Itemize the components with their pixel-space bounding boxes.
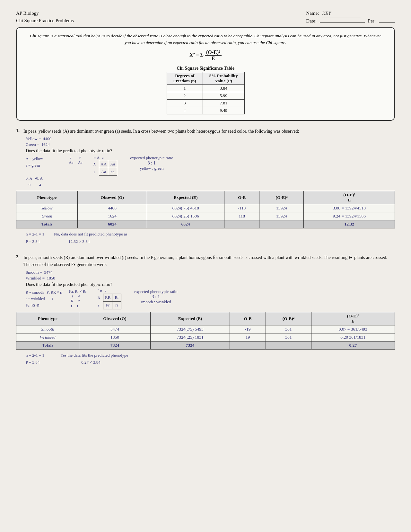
q2-conclusion: n = 2-1 = 1 Yes the data fits the predic… [26, 352, 395, 366]
q1-yellow: Yellow = 4400 [26, 136, 395, 141]
q1-ratio-desc: yellow : green [130, 166, 173, 171]
q1-col-oe2: (O-E)² [259, 191, 304, 204]
formula-fraction: (O-E)² E [205, 49, 222, 61]
date-value [320, 22, 365, 22]
q2-conclusion-calc: 0.27 < 3.84 [81, 359, 100, 366]
q1-green: Green = 1624 [26, 142, 395, 147]
q2-totals-row: Totals732473240.27 [16, 341, 395, 349]
q2-number: 2. [16, 254, 20, 269]
chi-significance-table: Chi Square Significance Table Degrees of… [167, 66, 245, 114]
per-label: Per: [368, 17, 376, 25]
q2-data-row: Smooth54747324(.75) 5493-193610.07 = 361… [16, 325, 395, 333]
page-header: AP Biology Chi Square Practice Problems … [16, 10, 395, 24]
q2-conclusion-n: n = 2-1 = 1 [26, 352, 44, 359]
q2-col-oe2: (O-E)² [266, 312, 311, 325]
q2-ratio: 3 : 1 [134, 294, 177, 299]
q1-conclusion-text: No, data does not fit predicted phenotyp… [54, 231, 127, 238]
q1-expected-ratio: expected phenotypic ratio 3 : 1 yellow :… [130, 155, 173, 171]
q2-text: In peas, smooth seeds (R) are dominant o… [23, 254, 395, 269]
q2-expected-label: expected phenotypic ratio [134, 289, 177, 294]
q2-smooth: Smooth = 5474 [26, 270, 395, 275]
q1-data-row: Yellow44006024(.75) 4518-118139243.08 = … [16, 204, 395, 212]
q1-punnett: ∞ A a A AA Aa a Aa aa [90, 155, 118, 176]
question-1: 1. In peas, yellow seeds (A) are dominan… [16, 128, 395, 245]
q2-col-expected: Expected (E) [151, 312, 230, 325]
q1-data-row: Green16246024(.25) 1506118139249.24 = 13… [16, 212, 395, 220]
q1-text: In peas, yellow seeds (A) are dominant o… [23, 128, 299, 135]
q1-col-expected: Expected (E) [147, 191, 224, 204]
q2-wrinkled: Wrinkled = 1850 [26, 276, 395, 281]
col-header-prob: 5% ProbabilityValue (P) [203, 72, 244, 84]
q1-totals-row: Totals6024602412.32 [16, 220, 395, 228]
q2-cross-notation: F₂: Rr × Rr ♀ ♂ R r r r [69, 289, 87, 309]
q2-col-oe: O-E [230, 312, 266, 325]
q2-col-oe2e: (O-E)²E [311, 312, 395, 325]
per-value [379, 22, 395, 22]
q2-data-table: Phenotype Obseved (O) Expected (E) O-E (… [16, 312, 395, 350]
date-label: Date: [306, 17, 316, 25]
q1-data-table: Phenotype Obseved (O) Expected (E) O-E (… [16, 191, 395, 228]
q1-conclusion-p: P = 3.84 [26, 238, 39, 245]
q1-conclusion-calc: 12.32 > 3.84 [68, 238, 90, 245]
formula: X² = Σ (O-E)² E [26, 49, 385, 61]
course-title: AP Biology [16, 10, 74, 17]
table-caption: Chi Square Significance Table [167, 66, 245, 71]
student-info: Name: KEY Date: Per: [306, 10, 395, 24]
info-paragraph: Chi-square is a statistical tool that he… [26, 33, 385, 46]
q1-col-phenotype: Phenotype [16, 191, 78, 204]
q1-number: 1. [16, 128, 20, 135]
q2-data-row: Wrinkled18507324(.25) 1831193610.20 361/… [16, 333, 395, 341]
q2-question: Does the data fit the predicted phenotyp… [26, 282, 395, 287]
q2-conclusion-text: Yes the data fits the predicted phenotyp… [60, 352, 128, 359]
q2-col-observed: Obseved (O) [79, 312, 150, 325]
q2-conclusion-p: P = 3.84 [26, 359, 39, 366]
name-value: KEY [322, 10, 361, 17]
course-subtitle: Chi Square Practice Problems [16, 17, 74, 24]
info-box: Chi-square is a statistical tool that he… [16, 27, 395, 121]
q2-punnett: ‾ R r R RR Rr r Pr rr [94, 289, 122, 309]
course-info: AP Biology Chi Square Practice Problems [16, 10, 74, 24]
q2-punnett-table: R RR Rr r Pr rr [94, 294, 122, 309]
significance-table-wrapper: Chi Square Significance Table Degrees of… [26, 66, 385, 114]
q1-col-oe2e: (O-E)²E [304, 191, 395, 204]
question-2: 2. In peas, smooth seeds (R) are dominan… [16, 254, 395, 366]
q1-genotype-key: A = yellowa = green 0: A -0: A 9 4 [26, 155, 58, 188]
q2-col-phenotype: Phenotype [16, 312, 79, 325]
q1-ratio: 3 : 1 [130, 161, 173, 166]
q1-conclusion-n: n = 2-1 = 1 [26, 231, 44, 238]
q2-work-area: R = smooth P: RR × rr r = wrinkled ↓ F₁:… [26, 289, 395, 309]
q2-expected-ratio: expected phenotypic ratio 3 : 1 smooth :… [134, 289, 177, 305]
q1-cross-notation: ♀ ♂ Aa Aa [64, 155, 83, 166]
q1-question: Does the data fit the predicted phenotyp… [26, 148, 395, 154]
q1-col-observed: Obseved (O) [77, 191, 147, 204]
col-header-dof: Degrees ofFreedom (n) [167, 72, 203, 84]
name-label: Name: [306, 10, 319, 17]
q1-punnett-table: A AA Aa a Aa aa [90, 160, 118, 176]
q1-expected-label: expected phenotypic ratio [130, 155, 173, 161]
q1-conclusion: n = 2-1 = 1 No, data does not fit predic… [26, 231, 395, 245]
q1-col-oe: O-E [224, 191, 259, 204]
q1-work-area: A = yellowa = green 0: A -0: A 9 4 ♀ ♂ A… [26, 155, 395, 188]
q2-genotype-key: R = smooth P: RR × rr r = wrinkled ↓ F₁:… [26, 289, 63, 309]
q2-ratio-desc: smooth : wrinkled [134, 299, 177, 305]
